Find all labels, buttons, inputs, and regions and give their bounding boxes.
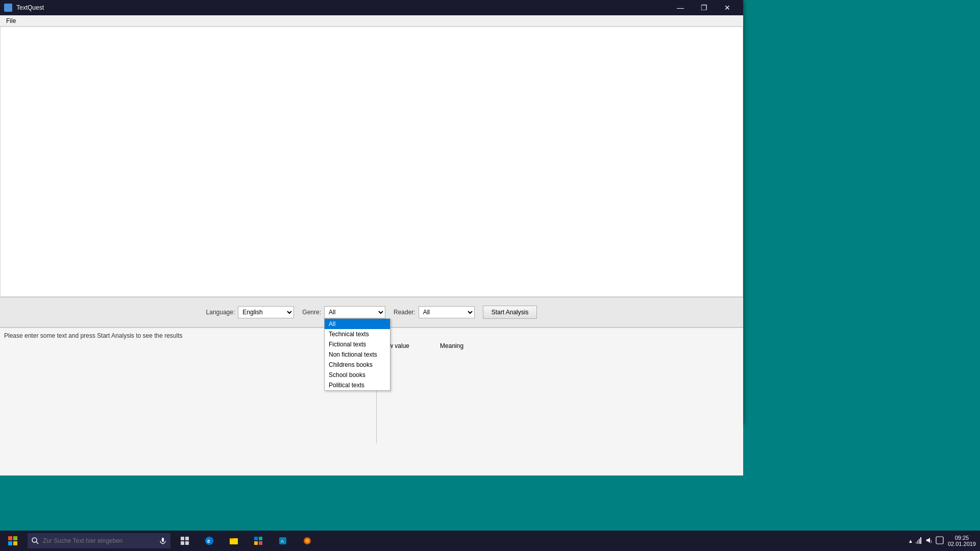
windows-icon — [8, 536, 17, 545]
svg-rect-2 — [8, 541, 12, 545]
clock-time: 09:25 — [948, 535, 976, 541]
meaning-header: Meaning — [440, 342, 463, 349]
svg-rect-26 — [919, 539, 920, 544]
svg-rect-9 — [185, 537, 189, 540]
microphone-icon — [159, 537, 166, 544]
main-text-area[interactable] — [0, 27, 743, 297]
genre-label: Genre: — [302, 309, 321, 316]
svg-rect-16 — [254, 537, 258, 540]
svg-rect-25 — [917, 540, 918, 544]
start-analysis-button[interactable]: Start Analysis — [483, 306, 537, 319]
file-menu[interactable]: File — [2, 16, 20, 26]
toolbar: Language: English German French Spanish … — [0, 297, 743, 328]
svg-rect-30 — [936, 537, 943, 544]
svg-rect-8 — [181, 537, 184, 540]
taskbar-clock[interactable]: 09:25 02.01.2019 — [948, 535, 976, 547]
svg-marker-28 — [926, 538, 930, 543]
window-title: TextQuest — [16, 4, 44, 11]
explorer-icon — [229, 536, 238, 545]
svg-rect-0 — [8, 536, 12, 540]
svg-rect-15 — [230, 538, 233, 540]
svg-rect-11 — [185, 541, 189, 545]
svg-rect-1 — [13, 536, 17, 540]
svg-text:): ) — [930, 539, 932, 543]
edge-button[interactable]: e — [197, 531, 222, 551]
task-view-icon — [181, 537, 189, 545]
genre-option-all[interactable]: All — [325, 319, 390, 329]
language-group: Language: English German French Spanish — [206, 306, 295, 318]
app-icon — [4, 4, 12, 12]
svg-rect-27 — [920, 537, 921, 544]
language-label: Language: — [206, 309, 235, 316]
edge-icon: e — [205, 536, 214, 545]
svg-rect-17 — [259, 537, 262, 540]
start-menu-button[interactable] — [0, 531, 26, 551]
taskbar-right: ▲ ) — [908, 535, 980, 547]
menu-bar: File — [0, 15, 743, 27]
results-header: Raw value Meaning — [381, 341, 739, 350]
reader-select[interactable]: All Children Adults Experts — [419, 306, 475, 318]
genre-option-political[interactable]: Political texts — [325, 380, 390, 390]
volume-icon[interactable]: ) — [925, 536, 934, 546]
results-right-panel: Raw value Meaning — [377, 341, 739, 443]
clock-date: 02.01.2019 — [948, 541, 976, 547]
genre-option-technical[interactable]: Technical texts — [325, 329, 390, 339]
svg-point-4 — [32, 538, 37, 542]
show-hidden-icons-button[interactable]: ▲ — [908, 538, 913, 544]
svg-line-5 — [36, 542, 38, 544]
genre-select[interactable]: All Technical texts Fictional texts Non … — [324, 306, 385, 318]
taskbar-app-icons: e — [173, 531, 320, 551]
reader-group: Reader: All Children Adults Experts — [394, 306, 475, 318]
genre-option-school[interactable]: School books — [325, 370, 390, 380]
task-view-button[interactable] — [173, 531, 197, 551]
minimize-button[interactable]: — — [669, 0, 692, 15]
svg-text:A: A — [281, 539, 284, 544]
app5-button[interactable]: A — [271, 531, 295, 551]
app5-icon: A — [278, 536, 287, 545]
system-tray: ▲ ) — [908, 536, 944, 546]
reader-label: Reader: — [394, 309, 415, 316]
svg-point-23 — [305, 539, 309, 543]
genre-group: Genre: All Technical texts Fictional tex… — [302, 306, 385, 318]
store-icon — [254, 536, 263, 545]
svg-rect-24 — [916, 542, 917, 544]
svg-rect-18 — [254, 541, 258, 545]
language-select[interactable]: English German French Spanish — [238, 306, 294, 318]
app6-button[interactable] — [295, 531, 320, 551]
taskbar: e — [0, 531, 980, 551]
taskbar-search-bar — [28, 533, 170, 548]
taskbar-search-input[interactable] — [43, 537, 145, 544]
svg-rect-19 — [259, 541, 262, 545]
window-controls: — ❐ ✕ — [669, 0, 739, 15]
store-button[interactable] — [246, 531, 271, 551]
search-icon — [32, 537, 39, 544]
explorer-button[interactable] — [222, 531, 246, 551]
restore-button[interactable]: ❐ — [692, 0, 716, 15]
results-left-panel — [4, 341, 377, 443]
svg-text:e: e — [207, 538, 210, 544]
close-button[interactable]: ✕ — [716, 0, 739, 15]
genre-dropdown-container: All Technical texts Fictional texts Non … — [324, 306, 385, 318]
genre-option-fictional[interactable]: Fictional texts — [325, 339, 390, 349]
taskbar-left: e — [0, 531, 320, 551]
network-icon[interactable] — [915, 536, 923, 546]
svg-rect-6 — [162, 538, 164, 542]
notification-icon[interactable] — [936, 536, 944, 546]
genre-option-childrens[interactable]: Childrens books — [325, 360, 390, 370]
app6-icon — [303, 536, 312, 545]
genre-option-nonfictional[interactable]: Non fictional texts — [325, 349, 390, 360]
title-bar: TextQuest — ❐ ✕ — [0, 0, 743, 15]
svg-rect-10 — [181, 541, 184, 545]
genre-dropdown-menu: All Technical texts Fictional texts Non … — [324, 318, 390, 391]
svg-rect-3 — [13, 541, 17, 545]
